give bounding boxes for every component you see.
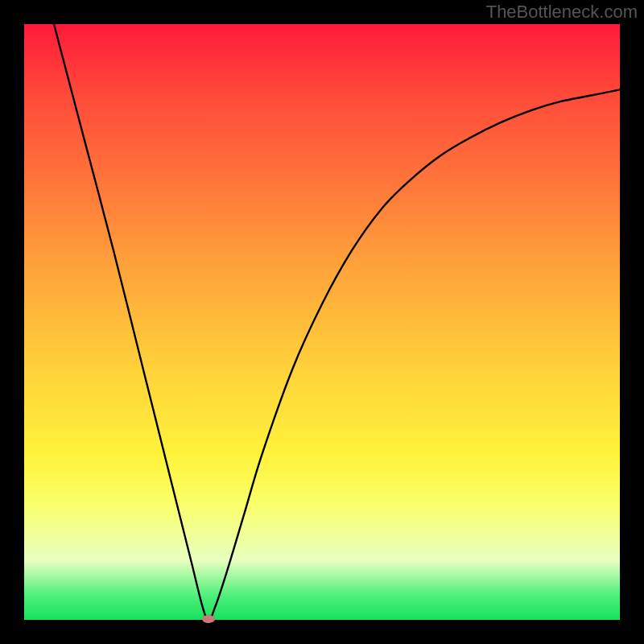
watermark-label: TheBottleneck.com <box>486 2 638 23</box>
min-marker <box>202 615 215 623</box>
curve-svg <box>24 24 620 620</box>
plot-area <box>24 24 620 620</box>
curve-path <box>54 24 620 620</box>
chart-canvas: TheBottleneck.com <box>0 0 644 644</box>
